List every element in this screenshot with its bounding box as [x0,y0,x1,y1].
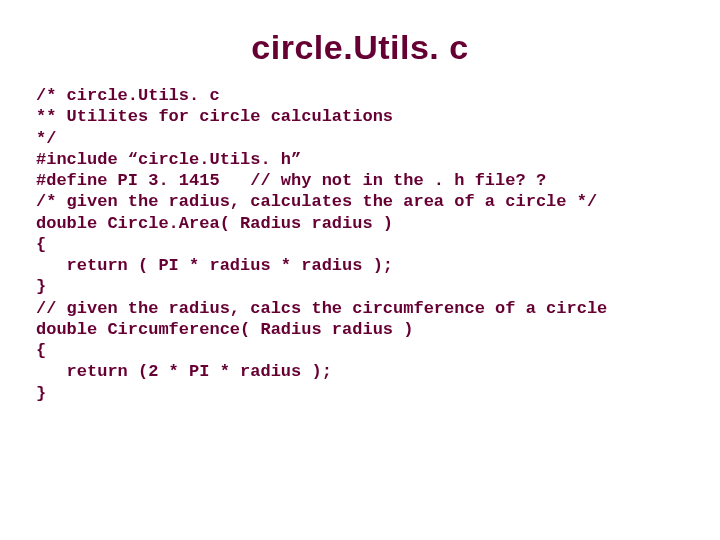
code-block-circumference: // given the radius, calcs the circumfer… [36,298,684,404]
code-block-header: /* circle.Utils. c ** Utilites for circl… [36,85,684,191]
slide-title: circle.Utils. c [36,28,684,67]
slide: circle.Utils. c /* circle.Utils. c ** Ut… [0,0,720,540]
code-block-area: /* given the radius, calculates the area… [36,191,684,297]
